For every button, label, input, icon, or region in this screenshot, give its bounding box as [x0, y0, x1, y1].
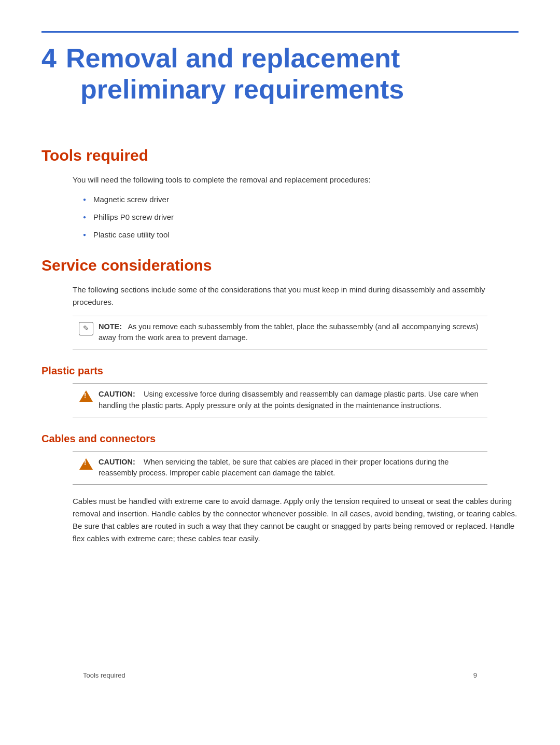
- cables-body-text: Cables must be handled with extreme care…: [73, 495, 519, 545]
- note-icon: [79, 322, 93, 335]
- page-number: 9: [473, 671, 477, 679]
- caution-label: CAUTION:: [99, 390, 135, 398]
- cables-connectors-heading: Cables and connectors: [41, 433, 519, 445]
- footer: Tools required 9: [83, 671, 477, 679]
- caution-text: Using excessive force during disassembly…: [99, 390, 479, 410]
- top-rule: [41, 31, 519, 33]
- caution-icon: [79, 389, 93, 403]
- tools-list: Magnetic screw driver Phillips P0 screw …: [83, 193, 519, 241]
- service-considerations-section: Service considerations The following sec…: [41, 257, 519, 350]
- tools-required-heading: Tools required: [41, 147, 519, 164]
- note-box: NOTE: As you remove each subassembly fro…: [73, 316, 487, 350]
- caution-content: CAUTION: Using excessive force during di…: [99, 389, 481, 412]
- list-item: Magnetic screw driver: [83, 193, 519, 206]
- tools-required-section: Tools required You will need the followi…: [41, 147, 519, 241]
- chapter-heading: 4Removal and replacement preliminary req…: [41, 43, 519, 105]
- list-item: Phillips P0 screw driver: [83, 211, 519, 223]
- caution-triangle-icon-2: [79, 458, 93, 470]
- caution-icon-2: [79, 457, 93, 471]
- note-text: As you remove each subassembly from the …: [99, 322, 479, 342]
- caution-triangle-icon: [79, 390, 93, 402]
- footer-left: Tools required: [83, 671, 125, 679]
- list-item: Plastic case utility tool: [83, 229, 519, 241]
- plastic-parts-caution-box: CAUTION: Using excessive force during di…: [73, 383, 487, 417]
- note-content: NOTE: As you remove each subassembly fro…: [99, 321, 481, 344]
- service-considerations-intro: The following sections include some of t…: [73, 284, 519, 308]
- note-label: NOTE:: [99, 322, 122, 331]
- plastic-parts-section: Plastic parts CAUTION: Using excessive f…: [41, 365, 519, 417]
- cables-caution-text: When servicing the tablet, be sure that …: [99, 458, 449, 477]
- tools-required-intro: You will need the following tools to com…: [73, 174, 519, 186]
- cables-caution-box: CAUTION: When servicing the tablet, be s…: [73, 451, 487, 485]
- service-considerations-heading: Service considerations: [41, 257, 519, 274]
- cables-caution-label: CAUTION:: [99, 458, 135, 466]
- chapter-number: 4: [41, 43, 57, 73]
- plastic-parts-heading: Plastic parts: [41, 365, 519, 377]
- cables-caution-content: CAUTION: When servicing the tablet, be s…: [99, 457, 481, 480]
- cables-connectors-section: Cables and connectors CAUTION: When serv…: [41, 433, 519, 545]
